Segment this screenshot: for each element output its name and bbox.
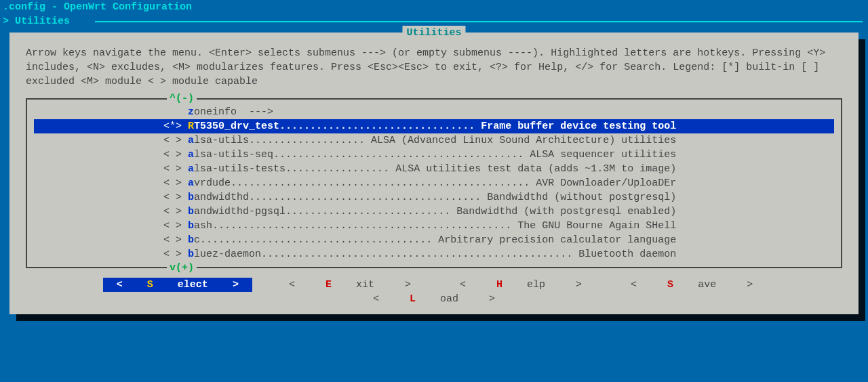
load-button[interactable]: < Load >: [361, 292, 507, 306]
tristate-indicator: < >: [163, 234, 188, 246]
hotkey: a: [188, 177, 194, 189]
menu-item-rt5350-drv-test[interactable]: <*> RT5350_drv_test.....................…: [34, 119, 834, 133]
item-description: Frame buffer device testing tool: [481, 121, 676, 132]
menu-list[interactable]: zoneinfo ---> <*> RT5350_drv_test.......…: [27, 104, 841, 263]
tristate-indicator: < >: [163, 163, 188, 175]
hotkey: b: [188, 192, 194, 203]
menu-item-bash[interactable]: < > bash................................…: [34, 219, 834, 233]
hotkey: z: [188, 106, 194, 118]
item-description: Bluetooth daemon: [578, 249, 676, 260]
menu-item-bandwidthd-pgsql[interactable]: < > bandwidthd-pgsql....................…: [34, 205, 834, 219]
menu-item-bandwidthd[interactable]: < > bandwidthd..........................…: [34, 190, 834, 205]
scroll-up-indicator[interactable]: ^(-): [167, 91, 197, 106]
hotkey: b: [188, 220, 194, 232]
item-name: lsa-utils: [194, 135, 249, 146]
tristate-indicator: < >: [163, 135, 188, 146]
scroll-down-indicator[interactable]: v(+): [167, 261, 197, 275]
item-description: Arbitrary precision calculator language: [438, 234, 676, 246]
item-description: ALSA (Advanced Linux Sound Architecture)…: [371, 135, 676, 146]
menu-frame: ^(-) zoneinfo ---> <*> RT5350_drv_test..…: [26, 98, 842, 268]
menu-item-avrdude[interactable]: < > avrdude.............................…: [34, 176, 834, 190]
hotkey: a: [188, 149, 194, 161]
menu-item-alsa-utils-seq[interactable]: < > alsa-utils-seq......................…: [34, 148, 834, 162]
tristate-indicator: < >: [163, 177, 188, 189]
item-name: lsa-utils-seq: [194, 149, 273, 161]
item-description: AVR Downloader/UploaDEr: [536, 177, 676, 189]
item-description: Bandwidthd (with postgresql enabled): [456, 206, 676, 217]
item-description: ALSA utilities test data (adds ~1.3M to …: [395, 163, 676, 175]
breadcrumb-prefix: >: [3, 16, 15, 27]
dot-leader: ........................................…: [231, 177, 536, 189]
item-name: vrdude: [194, 177, 231, 189]
hotkey: a: [188, 163, 194, 175]
dot-leader: .................: [285, 163, 395, 175]
menu-item-alsa-utils-tests[interactable]: < > alsa-utils-tests................. AL…: [34, 162, 834, 176]
tristate-indicator: < >: [163, 192, 188, 203]
tristate-indicator: <*>: [163, 121, 188, 132]
hotkey: R: [188, 121, 194, 132]
tristate-indicator: < >: [163, 149, 188, 161]
window-title: .config - OpenWrt Configuration: [0, 0, 868, 14]
button-bar: <Select>< Exit >< Help >< Save >< Load >: [16, 268, 852, 309]
menu-item-bluez-daemon[interactable]: < > bluez-daemon........................…: [34, 247, 834, 261]
select-button[interactable]: <Select>: [103, 278, 252, 292]
tristate-indicator: < >: [163, 220, 188, 232]
dot-leader: ...................: [249, 135, 371, 146]
dot-leader: ...........................: [285, 206, 456, 217]
tristate-indicator: < >: [163, 206, 188, 217]
menu-item-zoneinfo-[interactable]: zoneinfo --->: [34, 105, 834, 119]
tristate-indicator: [163, 106, 188, 118]
tristate-indicator: < >: [163, 249, 188, 260]
help-text: Arrow keys navigate the menu. <Enter> se…: [16, 35, 852, 94]
dialog-title: Utilities: [402, 26, 465, 40]
help-button[interactable]: < Help >: [448, 278, 594, 292]
dot-leader: ........................................…: [212, 220, 517, 232]
item-description: ALSA sequencer utilities: [530, 149, 676, 161]
item-name: andwidthd: [194, 192, 249, 203]
exit-button[interactable]: < Exit >: [277, 278, 423, 292]
hotkey: a: [188, 135, 194, 146]
item-name: andwidthd-pgsql: [194, 206, 285, 217]
item-description: Bandwidthd (without postgresql): [487, 192, 676, 203]
dot-leader: ........................................…: [261, 249, 578, 260]
item-name: T5350_drv_test: [194, 121, 279, 132]
item-description: The GNU Bourne Again SHell: [517, 220, 676, 232]
item-name: oneinfo --->: [194, 106, 273, 118]
breadcrumb-label: Utilities: [15, 16, 70, 27]
dot-leader: ................................: [279, 121, 481, 132]
menu-item-bc[interactable]: < > bc..................................…: [34, 233, 834, 247]
item-name: c: [194, 234, 200, 246]
dot-leader: ......................................: [249, 192, 487, 203]
item-name: ash: [194, 220, 212, 232]
item-name: lsa-utils-tests: [194, 163, 285, 175]
dialog-box: Utilities Arrow keys navigate the menu. …: [9, 33, 859, 314]
dot-leader: ......................................: [200, 234, 438, 246]
item-name: luez-daemon: [194, 249, 261, 260]
menu-item-alsa-utils[interactable]: < > alsa-utils................... ALSA (…: [34, 133, 834, 148]
dot-leader: ........................................…: [273, 149, 530, 161]
hotkey: b: [188, 234, 194, 246]
hotkey: b: [188, 249, 194, 260]
hotkey: b: [188, 206, 194, 217]
save-button[interactable]: < Save >: [618, 278, 765, 292]
